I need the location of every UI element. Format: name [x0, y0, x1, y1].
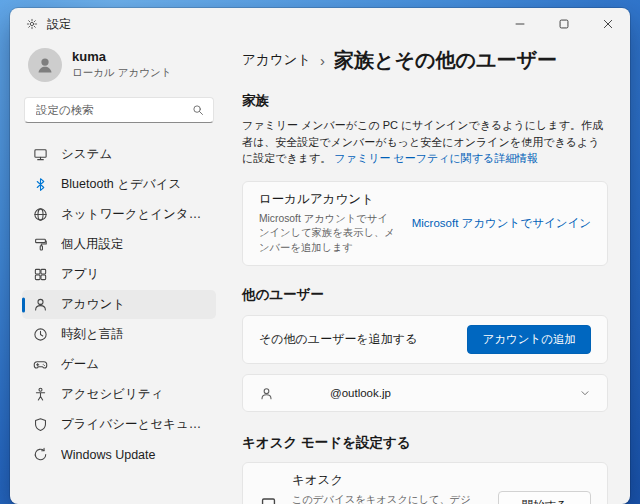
user-name: kuma: [72, 50, 171, 65]
kiosk-info: キオスク このデバイスをキオスクにして、デジタル署名、対話型ディスプレイなどに使…: [292, 472, 484, 504]
user-account-row[interactable]: @outlook.jp: [242, 374, 608, 412]
close-icon: [601, 17, 615, 31]
kiosk-section-heading: キオスク モードを設定する: [242, 434, 608, 452]
window-title: 設定: [47, 16, 71, 33]
user-avatar-icon: [35, 55, 55, 75]
local-account-description: Microsoft アカウントでサインインして家族を表示し、メンバーを追加します: [259, 212, 398, 257]
sidebar-item-label: Windows Update: [61, 448, 156, 462]
kiosk-title: キオスク: [292, 472, 474, 489]
family-description: ファミリー メンバーがこの PC にサインインできるようにします。作成者は、安全…: [242, 117, 608, 167]
search-icon: [192, 104, 204, 116]
kiosk-start-button[interactable]: 開始する: [498, 491, 591, 504]
sidebar-item-label: 個人用設定: [61, 236, 124, 253]
sidebar-item-windows-update[interactable]: Windows Update: [22, 440, 216, 469]
breadcrumb-separator: ›: [320, 52, 325, 69]
sidebar-item-time-language[interactable]: 時刻と言語: [22, 320, 216, 349]
sidebar-item-privacy-security[interactable]: プライバシーとセキュリティ: [22, 410, 216, 439]
sidebar-item-label: アクセシビリティ: [61, 386, 163, 403]
sidebar-nav: システム Bluetooth とデバイス ネットワークとインターネット: [22, 140, 216, 469]
family-safety-link[interactable]: ファミリー セーフティに関する詳細情報: [334, 152, 538, 164]
gamepad-icon: [33, 357, 48, 372]
apps-grid-icon: [33, 267, 48, 282]
sidebar-item-apps[interactable]: アプリ: [22, 260, 216, 289]
sidebar-item-label: 時刻と言語: [61, 326, 124, 343]
minimize-icon: [513, 17, 527, 31]
window-body: kuma ローカル アカウント システム: [10, 40, 630, 504]
search-input[interactable]: [34, 103, 192, 117]
local-account-info: ローカルアカウント Microsoft アカウントでサインインして家族を表示し、…: [259, 191, 412, 257]
breadcrumb-accounts-link[interactable]: アカウント: [242, 51, 311, 69]
sidebar-item-label: プライバシーとセキュリティ: [61, 416, 205, 433]
sidebar-item-gaming[interactable]: ゲーム: [22, 350, 216, 379]
settings-search: [24, 97, 214, 123]
chevron-down-icon: [579, 387, 591, 399]
family-section-heading: 家族: [242, 92, 608, 110]
avatar: [28, 48, 62, 82]
shield-icon: [33, 417, 48, 432]
sidebar-item-system[interactable]: システム: [22, 140, 216, 169]
accounts-person-icon: [33, 297, 48, 312]
network-globe-icon: [33, 207, 48, 222]
sidebar-item-bluetooth-devices[interactable]: Bluetooth とデバイス: [22, 170, 216, 199]
system-icon: [33, 147, 48, 162]
settings-gear-icon: [26, 18, 38, 30]
sidebar-item-label: Bluetooth とデバイス: [61, 176, 181, 193]
sidebar-item-label: アプリ: [61, 266, 99, 283]
person-icon: [259, 386, 274, 401]
kiosk-display-icon: [259, 496, 278, 504]
microsoft-signin-link[interactable]: Microsoft アカウントでサインイン: [412, 216, 591, 231]
maximize-icon: [557, 17, 571, 31]
add-user-card: その他のユーザーを追加する アカウントの追加: [242, 315, 608, 364]
main-content: アカウント › 家族とその他のユーザー 家族 ファミリー メンバーがこの PC …: [228, 40, 630, 504]
user-info: kuma ローカル アカウント: [72, 50, 171, 81]
add-user-label: その他のユーザーを追加する: [259, 331, 417, 348]
local-account-card: ローカルアカウント Microsoft アカウントでサインインして家族を表示し、…: [242, 181, 608, 267]
close-button[interactable]: [586, 8, 630, 40]
accessibility-person-icon: [33, 387, 48, 402]
sidebar-item-label: システム: [61, 146, 112, 163]
user-profile[interactable]: kuma ローカル アカウント: [22, 42, 216, 82]
account-email: @outlook.jp: [330, 387, 391, 399]
personalization-brush-icon: [33, 237, 48, 252]
other-users-heading: 他のユーザー: [242, 286, 608, 304]
settings-window: 設定: [10, 8, 630, 504]
sidebar-item-personalization[interactable]: 個人用設定: [22, 230, 216, 259]
sidebar-item-label: ネットワークとインターネット: [61, 206, 205, 223]
titlebar: 設定: [10, 8, 630, 40]
sidebar-item-accounts[interactable]: アカウント: [22, 290, 216, 319]
desktop-wallpaper: 設定: [0, 0, 640, 504]
maximize-button[interactable]: [542, 8, 586, 40]
sidebar-item-label: アカウント: [61, 296, 125, 313]
clock-icon: [33, 327, 48, 342]
sidebar-item-network-internet[interactable]: ネットワークとインターネット: [22, 200, 216, 229]
bluetooth-icon: [33, 177, 48, 192]
breadcrumb: アカウント › 家族とその他のユーザー: [242, 48, 608, 72]
kiosk-card: キオスク このデバイスをキオスクにして、デジタル署名、対話型ディスプレイなどに使…: [242, 462, 608, 504]
user-account-type: ローカル アカウント: [72, 66, 171, 80]
page-title: 家族とその他のユーザー: [334, 47, 557, 74]
add-account-button[interactable]: アカウントの追加: [467, 325, 591, 354]
sidebar-item-accessibility[interactable]: アクセシビリティ: [22, 380, 216, 409]
update-refresh-icon: [33, 447, 48, 462]
kiosk-description: このデバイスをキオスクにして、デジタル署名、対話型ディスプレイなどに使用します: [292, 493, 474, 504]
local-account-title: ローカルアカウント: [259, 191, 398, 208]
minimize-button[interactable]: [498, 8, 542, 40]
window-controls: [498, 8, 630, 40]
sidebar-item-label: ゲーム: [61, 356, 99, 373]
sidebar: kuma ローカル アカウント システム: [10, 40, 228, 504]
